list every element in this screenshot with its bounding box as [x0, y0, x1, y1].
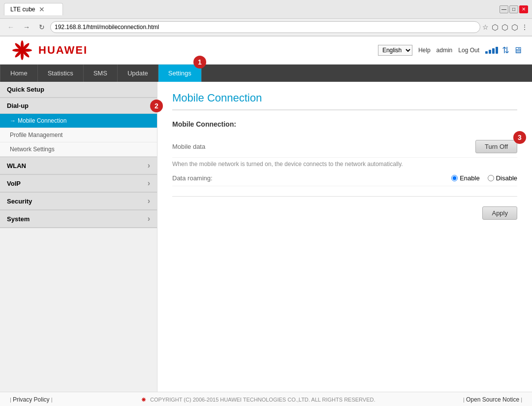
sidebar-dialup-header[interactable]: Dial-up 2	[0, 98, 157, 114]
footer-left: | Privacy Policy |	[10, 396, 53, 403]
privacy-policy-link[interactable]: Privacy Policy	[13, 396, 50, 403]
nav-sms[interactable]: SMS	[84, 65, 118, 82]
sidebar-system-header[interactable]: System ›	[0, 210, 157, 228]
sidebar-item-profile-management[interactable]: Profile Management	[0, 128, 157, 142]
sidebar-voip-label: VoIP	[7, 180, 21, 187]
minimize-button[interactable]: —	[500, 5, 508, 13]
top-header: HUAWEI English Help admin Log Out ⇅ 🖥	[0, 36, 532, 65]
roaming-disable-radio[interactable]	[488, 175, 494, 181]
page-title: Mobile Connection	[172, 92, 517, 110]
sidebar-section-dialup: Dial-up 2 Mobile Connection Profile Mana…	[0, 98, 157, 157]
sidebar-system-label: System	[7, 215, 30, 223]
signal-strength-icon	[485, 47, 498, 54]
monitor-icon: 🖥	[513, 45, 522, 56]
page-wrapper: HUAWEI English Help admin Log Out ⇅ 🖥	[0, 36, 532, 406]
roaming-enable-option[interactable]: Enable	[451, 174, 479, 182]
roaming-disable-label: Disable	[496, 174, 517, 182]
annotation-2: 2	[150, 100, 163, 112]
turn-off-button[interactable]: Turn Off	[475, 140, 517, 153]
content-area: Mobile Connection Mobile Connection: Mob…	[157, 82, 532, 392]
sidebar-section-security: Security ›	[0, 193, 157, 210]
nav-update[interactable]: Update	[118, 65, 158, 82]
sidebar-item-mobile-connection[interactable]: Mobile Connection	[0, 114, 157, 128]
signal-icons: ⇅ 🖥	[485, 45, 522, 56]
extension-icon-1[interactable]: ⬡	[492, 23, 499, 32]
data-roaming-label: Data roaming:	[172, 174, 213, 182]
sidebar-section-wlan: WLAN ›	[0, 157, 157, 175]
open-source-link[interactable]: Open Source Notice	[466, 396, 519, 403]
roaming-radio-group: Enable Disable	[451, 174, 517, 182]
sidebar-section-quicksetup: Quick Setup	[0, 82, 157, 98]
maximize-button[interactable]: □	[509, 5, 518, 13]
nav-settings[interactable]: Settings 1	[158, 65, 202, 82]
main-layout: Quick Setup Dial-up 2 Mobile Connection …	[0, 82, 532, 392]
sidebar-dialup-submenu: Mobile Connection Profile Management Net…	[0, 114, 157, 157]
close-button[interactable]: ✕	[519, 5, 528, 13]
nav-home[interactable]: Home	[0, 65, 38, 82]
sidebar-wlan-header[interactable]: WLAN ›	[0, 157, 157, 174]
wlan-arrow-icon: ›	[148, 161, 150, 170]
footer-logo-icon	[140, 396, 147, 403]
logo-area: HUAWEI	[10, 40, 88, 60]
bookmark-icon[interactable]: ☆	[482, 23, 489, 31]
annotation-3: 3	[513, 131, 526, 144]
browser-chrome: LTE cube ✕ — □ ✕ ← → ↻ ☆ ⬡ ⬡ ⬡ ⋮	[0, 0, 532, 36]
language-select[interactable]: English	[378, 45, 412, 56]
back-button[interactable]: ←	[4, 21, 18, 33]
sidebar-section-system: System ›	[0, 210, 157, 228]
address-bar[interactable]	[50, 21, 480, 33]
extension-icon-3[interactable]: ⬡	[511, 23, 518, 32]
sidebar-voip-header[interactable]: VoIP ›	[0, 175, 157, 192]
tab-close-icon[interactable]: ✕	[39, 5, 45, 13]
browser-toolbar: ← → ↻ ☆ ⬡ ⬡ ⬡ ⋮	[0, 19, 532, 36]
apply-button[interactable]: Apply	[482, 206, 517, 220]
reload-button[interactable]: ↻	[35, 21, 48, 33]
section-divider	[172, 196, 517, 197]
browser-titlebar: LTE cube ✕ — □ ✕	[0, 0, 532, 19]
sidebar-section-voip: VoIP ›	[0, 175, 157, 193]
huawei-logo-icon	[10, 40, 34, 60]
window-controls: — □ ✕	[500, 5, 528, 13]
sidebar-dialup-label: Dial-up	[7, 102, 29, 109]
apply-row: Apply	[172, 206, 517, 220]
section-title: Mobile Connection:	[172, 120, 517, 128]
help-link[interactable]: Help	[418, 47, 431, 54]
forward-button[interactable]: →	[20, 21, 33, 33]
extension-icon-2[interactable]: ⬡	[501, 23, 508, 32]
footer-center: COPYRIGHT (C) 2006-2015 HUAWEI TECHNOLOG…	[140, 396, 375, 403]
footer: | Privacy Policy | COPYRIGHT (C) 2006-20…	[0, 392, 532, 406]
mobile-data-row: Mobile data Turn Off 3	[172, 136, 517, 158]
logo-text: HUAWEI	[38, 44, 88, 57]
network-transfer-icon: ⇅	[502, 45, 509, 56]
mobile-data-note: When the mobile network is turned on, th…	[172, 158, 517, 170]
browser-icons: ☆ ⬡ ⬡ ⬡ ⋮	[482, 23, 528, 32]
header-right: English Help admin Log Out ⇅ 🖥	[378, 45, 522, 56]
sidebar-quicksetup-header[interactable]: Quick Setup	[0, 82, 157, 98]
voip-arrow-icon: ›	[148, 179, 150, 188]
roaming-enable-radio[interactable]	[451, 175, 458, 181]
sidebar-security-header[interactable]: Security ›	[0, 193, 157, 210]
sidebar-quicksetup-label: Quick Setup	[7, 86, 44, 93]
browser-tab[interactable]: LTE cube ✕	[4, 3, 63, 15]
menu-icon[interactable]: ⋮	[521, 23, 528, 31]
logout-link[interactable]: Log Out	[458, 47, 479, 54]
sidebar: Quick Setup Dial-up 2 Mobile Connection …	[0, 82, 157, 392]
data-roaming-row: Data roaming: Enable Disable	[172, 170, 517, 186]
annotation-1: 1	[193, 56, 206, 68]
system-arrow-icon: ›	[148, 214, 150, 223]
roaming-enable-label: Enable	[460, 174, 479, 182]
nav-bar: Home Statistics SMS Update Settings 1	[0, 65, 532, 82]
security-arrow-icon: ›	[148, 197, 150, 205]
mobile-data-label: Mobile data	[172, 143, 205, 150]
admin-link[interactable]: admin	[437, 47, 453, 54]
sidebar-wlan-label: WLAN	[7, 162, 26, 169]
footer-right: | Open Source Notice |	[463, 396, 522, 403]
sidebar-item-network-settings[interactable]: Network Settings	[0, 142, 157, 157]
sidebar-security-label: Security	[7, 198, 32, 205]
roaming-disable-option[interactable]: Disable	[488, 174, 517, 182]
footer-copyright: COPYRIGHT (C) 2006-2015 HUAWEI TECHNOLOG…	[150, 397, 375, 403]
nav-statistics[interactable]: Statistics	[38, 65, 84, 82]
tab-title: LTE cube	[10, 6, 35, 13]
